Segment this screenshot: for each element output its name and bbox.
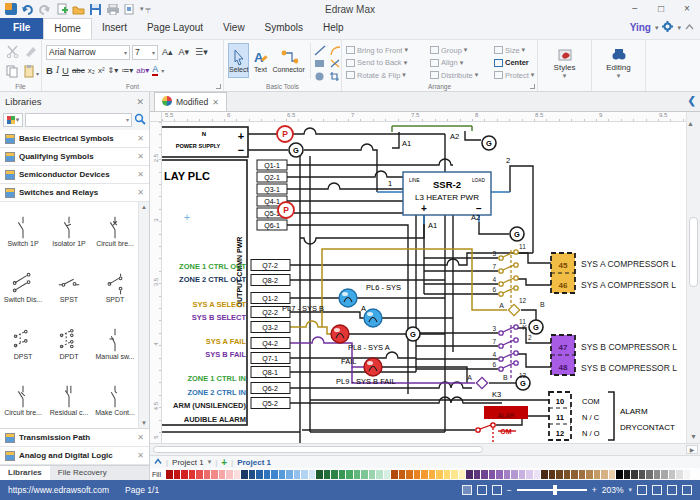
line-tool-icon[interactable]	[314, 42, 328, 54]
palette-swatch[interactable]	[361, 470, 368, 479]
superscript-button[interactable]: x²	[98, 66, 105, 75]
palette-swatch[interactable]	[249, 470, 256, 479]
symbol-switch-1p[interactable]: Switch 1P	[0, 214, 46, 247]
pencil-tool-icon[interactable]	[329, 55, 343, 67]
palette-swatch[interactable]	[406, 470, 413, 479]
plc-box[interactable]: LAY PLC OUTPUT CMMN PWR +	[162, 160, 247, 425]
copy-icon[interactable]	[6, 64, 19, 82]
palette-swatch[interactable]	[354, 470, 361, 479]
symbol-spdt[interactable]: SPDT	[92, 270, 138, 303]
status-url[interactable]: https://www.edrawsoft.com	[0, 485, 109, 495]
zoom-slider[interactable]	[517, 489, 587, 491]
symbol-switch-disconnector[interactable]: Switch Dis...	[0, 270, 46, 303]
tab-home[interactable]: Home	[43, 18, 92, 39]
category-close-icon[interactable]: ✕	[137, 188, 144, 197]
page-selector-caret-icon[interactable]: ▾	[208, 458, 212, 466]
library-category-semiconductor[interactable]: Semiconductor Devices ✕	[0, 166, 149, 184]
palette-swatch[interactable]	[166, 470, 173, 479]
qat-more-button[interactable]: ▾ ╤	[140, 5, 150, 13]
page-tab-project1[interactable]: Project 1	[237, 458, 271, 467]
align-button[interactable]: Align▾	[430, 57, 494, 70]
q-mid-terminals[interactable]: Q7-2 Q8-2 Q1-2 Q2-2 Q3-2 Q4-2 Q7-1 Q8-1 …	[251, 260, 290, 409]
zoom-out-button[interactable]: −	[507, 485, 512, 495]
paste-icon[interactable]: ▾	[24, 64, 40, 82]
zoom-slider-thumb[interactable]	[553, 485, 557, 495]
palette-swatch[interactable]	[429, 470, 436, 479]
settings-caret-icon[interactable]: ▾	[677, 24, 681, 32]
close-button[interactable]: ×	[674, 1, 700, 17]
palette-swatch[interactable]	[264, 470, 271, 479]
palette-swatch[interactable]	[316, 470, 323, 479]
symbol-circuit-breaker-2[interactable]: Circuit bre...	[0, 383, 46, 416]
fit-window-icon[interactable]	[637, 485, 647, 495]
tab-help[interactable]: Help	[313, 18, 354, 39]
scroll-down-icon[interactable]: ▼	[139, 418, 149, 428]
panel-tab-file-recovery[interactable]: File Recovery	[50, 466, 115, 480]
tab-page-layout[interactable]: Page Layout	[137, 18, 213, 39]
libraries-close-icon[interactable]: ✕	[136, 97, 144, 107]
horizontal-scroll-thumb[interactable]	[153, 446, 483, 453]
palette-swatch[interactable]	[376, 470, 383, 479]
lamp-pl9[interactable]	[364, 358, 382, 376]
center-button[interactable]: Center	[494, 57, 540, 70]
connector-tool-button[interactable]: Connector	[271, 43, 305, 78]
crop-tool-icon[interactable]	[329, 68, 343, 80]
view-normal-icon[interactable]	[462, 485, 472, 495]
palette-swatch[interactable]	[204, 470, 211, 479]
group-button[interactable]: Group▾	[430, 44, 494, 57]
grid-toggle-icon[interactable]	[682, 485, 692, 495]
settings-gear-icon[interactable]	[662, 21, 673, 34]
palette-swatch[interactable]	[279, 470, 286, 479]
palette-swatch[interactable]	[646, 470, 653, 479]
tab-symbols[interactable]: Symbols	[255, 18, 313, 39]
palette-swatch[interactable]	[234, 470, 241, 479]
q-top-terminals[interactable]: Q1-1 Q2-1 Q3-1 Q4-1 Q5-1 Q6-1	[257, 160, 287, 230]
palette-swatch[interactable]	[256, 470, 263, 479]
palette-swatch[interactable]	[489, 470, 496, 479]
redo-button[interactable]	[38, 3, 51, 15]
user-caret-icon[interactable]: ▾	[655, 24, 659, 32]
palette-swatch[interactable]	[241, 470, 248, 479]
palette-swatch[interactable]	[399, 470, 406, 479]
library-category-analog-digital[interactable]: Analog and Digital Logic ✕	[0, 447, 149, 465]
user-account-button[interactable]: Ying	[630, 22, 651, 33]
compressor-terminals-a[interactable]: 45 46	[551, 253, 575, 293]
library-category-transmission-path[interactable]: Transmission Path ✕	[0, 429, 149, 447]
palette-swatch[interactable]	[271, 470, 278, 479]
compressor-terminals-b[interactable]: 47 48	[551, 335, 575, 375]
document-tab-modified[interactable]: Modified ✕	[154, 92, 227, 111]
open-button[interactable]	[72, 3, 85, 15]
tab-view[interactable]: View	[213, 18, 255, 39]
format-painter-icon[interactable]	[24, 44, 37, 62]
editing-button[interactable]: Editing▾	[596, 43, 641, 80]
palette-swatch[interactable]	[594, 470, 601, 479]
palette-swatch[interactable]	[181, 470, 188, 479]
palette-swatch[interactable]	[504, 470, 511, 479]
font-name-select[interactable]: Arial Narrow▾	[46, 45, 130, 60]
shrink-font-button[interactable]: A▾	[177, 44, 192, 60]
arc-tool-icon[interactable]	[329, 42, 343, 54]
fit-page-icon[interactable]	[652, 485, 662, 495]
zoom-area-icon[interactable]	[667, 485, 677, 495]
select-tool-button[interactable]: Select	[228, 43, 249, 78]
size-button[interactable]: Size▾	[494, 44, 540, 57]
add-page-button[interactable]: +	[221, 457, 227, 468]
bring-to-front-button[interactable]: Bring to Front▾	[346, 44, 430, 57]
palette-swatch[interactable]	[391, 470, 398, 479]
palette-swatch[interactable]	[496, 470, 503, 479]
vertical-scrollbar[interactable]: ▲ ▼	[686, 112, 700, 443]
palette-swatch[interactable]	[436, 470, 443, 479]
text-tool-button[interactable]: A Text	[251, 43, 269, 78]
collapse-panel-icon[interactable]: ❮	[688, 95, 696, 106]
grow-font-button[interactable]: A▴	[160, 44, 175, 60]
palette-swatch[interactable]	[624, 470, 631, 479]
palette-swatch[interactable]	[601, 470, 608, 479]
import-button[interactable]	[55, 3, 68, 15]
minimize-button[interactable]: −	[622, 1, 648, 17]
palette-swatch[interactable]	[639, 470, 646, 479]
palette-swatch[interactable]	[541, 470, 548, 479]
category-close-icon[interactable]: ✕	[137, 170, 144, 179]
strikethrough-button[interactable]: abc	[72, 66, 85, 75]
rectangle-tool-icon[interactable]	[314, 55, 328, 67]
palette-swatch[interactable]	[301, 470, 308, 479]
